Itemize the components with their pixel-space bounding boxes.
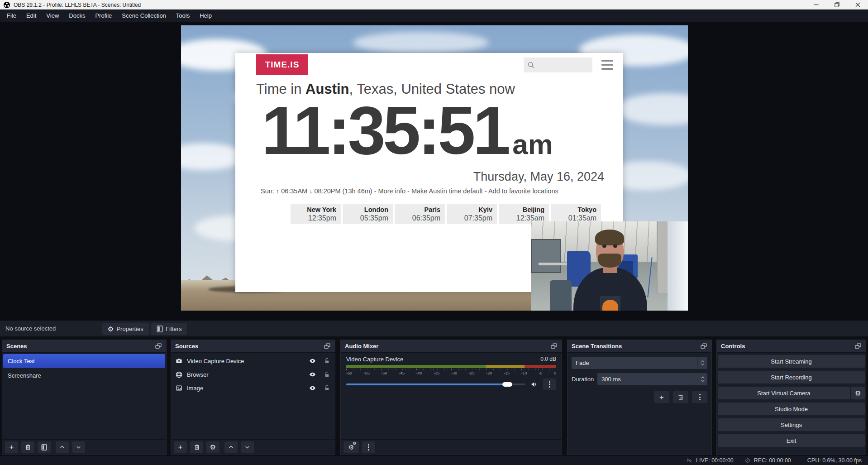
trash-icon: [25, 444, 31, 451]
spin-down-icon[interactable]: [701, 379, 705, 383]
scene-item[interactable]: Screenshare: [3, 369, 165, 383]
sources-header[interactable]: Sources: [171, 340, 335, 353]
add-scene-button[interactable]: +: [5, 441, 18, 453]
popout-dock-icon[interactable]: [324, 343, 331, 350]
scene-filters-button[interactable]: [38, 441, 51, 453]
status-bar: LIVE: 00:00:00 REC: 00:00:00 CPU: 0.6%, …: [0, 456, 868, 465]
gear-icon: ⚙: [210, 444, 216, 451]
transition-select[interactable]: Fade: [572, 357, 707, 369]
control-button[interactable]: Start Streaming: [718, 355, 865, 368]
program-canvas[interactable]: TIME.IS Time in Austin, Texas, United St…: [181, 25, 688, 311]
remove-transition-button[interactable]: [673, 391, 688, 403]
scene-item[interactable]: Clock Test: [3, 354, 165, 368]
visibility-eye-icon[interactable]: [308, 384, 317, 392]
remove-source-button[interactable]: [190, 441, 203, 453]
popout-dock-icon[interactable]: [155, 343, 162, 350]
volume-slider-handle[interactable]: [502, 382, 512, 387]
move-source-down-button[interactable]: [241, 441, 254, 453]
control-button[interactable]: Start Recording: [718, 371, 865, 384]
move-source-up-button[interactable]: [224, 441, 238, 453]
city-time-cell[interactable]: Beijing 12:35am: [499, 204, 549, 224]
audio-mixer-header[interactable]: Audio Mixer: [341, 340, 562, 353]
menu-item[interactable]: Profile: [90, 10, 117, 22]
menu-item[interactable]: Docks: [64, 10, 90, 22]
window-title: OBS 29.1.2 - Profile: LLHLS BETA - Scene…: [14, 2, 141, 8]
close-button[interactable]: [847, 0, 868, 10]
globe-icon: [175, 371, 183, 379]
menu-item[interactable]: Edit: [21, 10, 41, 22]
timeis-logo[interactable]: TIME.IS: [256, 54, 308, 75]
city-time-cell[interactable]: New York 12:35pm: [291, 204, 341, 224]
dock-area: Scenes Clock TestScreenshare +: [0, 336, 868, 456]
sun-info-line: Sun: ↑ 06:35AM ↓ 08:20PM (13h 46m) - Mor…: [261, 187, 558, 195]
restore-button[interactable]: [826, 0, 847, 10]
visibility-eye-icon[interactable]: [308, 357, 317, 364]
visibility-eye-icon[interactable]: [308, 371, 317, 378]
control-button[interactable]: Studio Mode: [718, 403, 865, 415]
virtual-camera-config-button[interactable]: ⚙: [851, 387, 865, 399]
control-button[interactable]: Exit: [718, 434, 865, 447]
add-transition-button[interactable]: +: [654, 391, 669, 403]
city-time-cell[interactable]: Kyiv 07:35pm: [447, 204, 497, 224]
recording-inactive-icon: [744, 457, 751, 464]
control-button[interactable]: Settings: [718, 418, 865, 431]
transition-menu-button[interactable]: [692, 391, 707, 403]
audio-mixer-panel: Audio Mixer Video Capture Device 0.0 dB …: [340, 340, 562, 455]
duration-spinbox[interactable]: 300 ms: [597, 373, 707, 385]
scene-transitions-header[interactable]: Scene Transitions: [568, 340, 711, 353]
shirt-graphic: [602, 300, 618, 311]
source-properties-button[interactable]: ⚙: [206, 441, 219, 453]
search-box[interactable]: [524, 58, 592, 72]
menu-item[interactable]: Help: [195, 10, 217, 22]
city-time-cell[interactable]: Tokyo 01:35am: [551, 204, 601, 224]
mixer-channel-menu-button[interactable]: [543, 379, 556, 390]
volume-meter: [346, 365, 556, 368]
move-scene-up-button[interactable]: [56, 441, 69, 453]
mixer-level-db: 0.0 dB: [540, 356, 556, 363]
person-eye: [613, 244, 617, 248]
spin-up-icon[interactable]: [701, 376, 705, 379]
clock-meridiem: am: [512, 129, 553, 160]
city-time-cell[interactable]: London 05:35pm: [343, 204, 393, 224]
remove-scene-button[interactable]: [21, 441, 34, 453]
duration-label: Duration: [572, 376, 594, 383]
popout-dock-icon[interactable]: [854, 343, 862, 350]
cloud: [615, 93, 688, 125]
controls-header[interactable]: Controls: [717, 340, 866, 353]
speaker-icon[interactable]: [530, 381, 538, 388]
lock-icon[interactable]: [324, 371, 330, 378]
cloud: [353, 32, 489, 53]
controls-panel: Controls Start Streaming ⚙ Start Recordi…: [716, 340, 866, 455]
popout-dock-icon[interactable]: [550, 343, 558, 350]
control-button[interactable]: Start Virtual Camera: [718, 387, 850, 399]
city-time-cell[interactable]: Paris 06:35pm: [395, 204, 445, 224]
lock-icon[interactable]: [324, 357, 330, 364]
bright-window: [668, 221, 688, 311]
scenes-header[interactable]: Scenes: [2, 340, 166, 353]
world-cities-row: New York 12:35pm London 05:35pm Paris 06…: [291, 204, 601, 224]
lock-icon[interactable]: [324, 384, 330, 392]
advanced-audio-button[interactable]: ⚙ ⚙: [343, 441, 359, 453]
volume-slider[interactable]: [346, 382, 525, 387]
popout-dock-icon[interactable]: [700, 343, 707, 350]
menu-item[interactable]: View: [41, 10, 64, 22]
source-row[interactable]: Browser: [171, 368, 335, 381]
timeis-link[interactable]: Make Austin time default: [411, 187, 483, 195]
filters-button[interactable]: Filters: [151, 323, 187, 335]
source-row[interactable]: Image: [171, 381, 335, 395]
menu-item[interactable]: Scene Collection: [117, 10, 171, 22]
menu-item[interactable]: Tools: [171, 10, 195, 22]
menu-item[interactable]: File: [2, 10, 21, 22]
timeis-link[interactable]: More info: [378, 187, 405, 195]
webcam-overlay[interactable]: [531, 221, 688, 311]
timeis-link[interactable]: Add to favorite locations: [488, 187, 558, 195]
source-row[interactable]: Video Capture Device: [171, 354, 335, 368]
camera-icon: [175, 357, 183, 364]
properties-button[interactable]: ⚙ Properties: [102, 323, 149, 335]
search-input[interactable]: [538, 62, 587, 69]
hamburger-menu-icon[interactable]: [601, 60, 613, 70]
add-source-button[interactable]: +: [174, 441, 187, 453]
move-scene-down-button[interactable]: [72, 441, 85, 453]
mixer-menu-button[interactable]: [362, 441, 375, 453]
minimize-button[interactable]: [806, 0, 826, 10]
